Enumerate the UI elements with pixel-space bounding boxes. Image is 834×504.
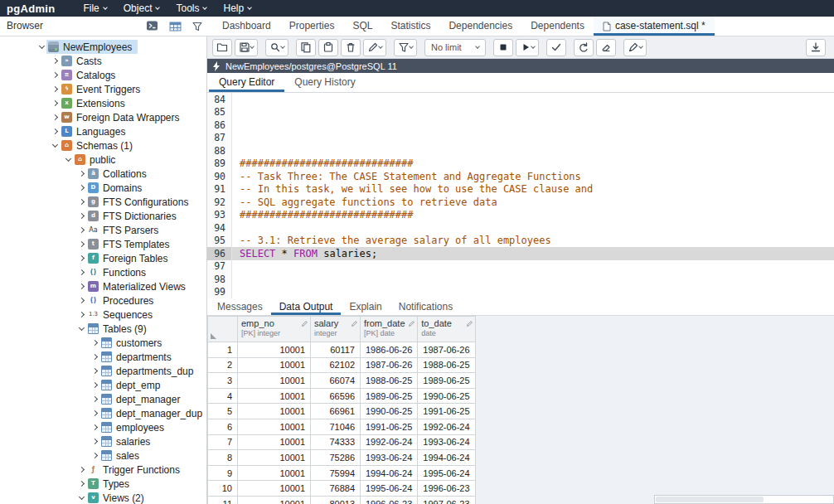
- horizontal-scrollbar[interactable]: [654, 495, 834, 504]
- editor-line-99[interactable]: 99: [207, 286, 834, 299]
- data-cell[interactable]: 10001: [238, 450, 311, 466]
- editor-line-87[interactable]: 87: [207, 132, 834, 145]
- row-number-cell[interactable]: 10: [208, 481, 238, 497]
- data-cell[interactable]: 1988-06-25: [418, 357, 475, 373]
- editor-line-91[interactable]: 91-- In this task, we will see how to us…: [207, 183, 834, 196]
- chevron-right-icon[interactable]: [91, 368, 97, 374]
- view-data-button[interactable]: [169, 21, 182, 32]
- tree-item-functions[interactable]: ()Functions: [0, 265, 206, 279]
- editor-line-86[interactable]: 86: [207, 119, 834, 132]
- column-header-from-date[interactable]: from_date[PK] date: [361, 317, 418, 342]
- data-cell[interactable]: 10001: [238, 357, 311, 373]
- data-cell[interactable]: 1987-06-26: [418, 342, 475, 358]
- data-cell[interactable]: 10001: [238, 434, 311, 450]
- tree-item-catalogs[interactable]: ≡Catalogs: [0, 68, 206, 82]
- tab-notifications[interactable]: Notifications: [390, 298, 461, 315]
- chevron-right-icon[interactable]: [51, 114, 57, 120]
- chevron-right-icon[interactable]: [78, 171, 84, 177]
- data-cell[interactable]: 1991-06-25: [361, 419, 418, 434]
- chevron-down-icon[interactable]: [51, 141, 57, 147]
- row-number-cell[interactable]: 8: [208, 450, 238, 466]
- open-file-button[interactable]: [212, 39, 232, 56]
- editor-line-97[interactable]: 97: [207, 260, 834, 274]
- chevron-right-icon[interactable]: [51, 58, 57, 64]
- data-cell[interactable]: 10001: [238, 496, 311, 504]
- data-cell[interactable]: 1997-06-23: [418, 496, 475, 504]
- row-number-cell[interactable]: 5: [208, 404, 238, 419]
- chevron-right-icon[interactable]: [91, 340, 97, 346]
- tab-explain[interactable]: Explain: [341, 298, 390, 315]
- tree-item-event-triggers[interactable]: ϟEvent Triggers: [0, 82, 206, 96]
- horizontal-scrollbar-thumb[interactable]: [656, 497, 764, 502]
- chevron-right-icon[interactable]: [51, 100, 57, 106]
- row-number-cell[interactable]: 3: [208, 373, 238, 389]
- tab-messages[interactable]: Messages: [209, 298, 271, 315]
- tree-item-fts-templates[interactable]: tFTS Templates: [0, 237, 206, 251]
- data-cell[interactable]: 1987-06-26: [361, 357, 418, 373]
- tree-item-foreign-data-wrappers[interactable]: wForeign Data Wrappers: [0, 110, 206, 124]
- chevron-right-icon[interactable]: [91, 382, 97, 388]
- row-limit-select[interactable]: No limit: [424, 39, 486, 56]
- tree-item-casts[interactable]: »Casts: [0, 54, 206, 68]
- chevron-right-icon[interactable]: [78, 185, 84, 191]
- row-number-cell[interactable]: 1: [208, 342, 238, 358]
- filtered-rows-button[interactable]: [192, 21, 203, 32]
- tree-item-dept-manager[interactable]: dept_manager: [0, 392, 206, 406]
- data-cell[interactable]: 1992-06-24: [418, 419, 475, 434]
- data-cell[interactable]: 71046: [311, 419, 361, 434]
- chevron-right-icon[interactable]: [78, 241, 84, 247]
- execute-button[interactable]: [516, 39, 539, 56]
- tree-item-collations[interactable]: äCollations: [0, 167, 206, 181]
- row-number-cell[interactable]: 9: [208, 465, 238, 481]
- data-cell[interactable]: 1993-06-24: [418, 434, 475, 450]
- data-cell[interactable]: 66596: [311, 388, 361, 404]
- editor-line-93[interactable]: 93#############################: [207, 209, 834, 222]
- tree-item-sequences[interactable]: 1.3Sequences: [0, 308, 206, 322]
- clear-button[interactable]: [596, 39, 616, 56]
- menu-tools[interactable]: Tools: [167, 0, 215, 17]
- data-cell[interactable]: 66961: [311, 404, 361, 419]
- data-cell[interactable]: 1986-06-26: [361, 342, 418, 358]
- menu-file[interactable]: File: [75, 0, 114, 17]
- data-cell[interactable]: 66074: [311, 373, 361, 389]
- tree-item-newemployees[interactable]: NewEmployees: [0, 40, 206, 54]
- chevron-right-icon[interactable]: [78, 467, 84, 472]
- data-cell[interactable]: 80013: [311, 496, 361, 504]
- data-cell[interactable]: 75994: [311, 465, 361, 481]
- tree-item-foreign-tables[interactable]: fForeign Tables: [0, 251, 206, 265]
- chevron-right-icon[interactable]: [51, 128, 57, 134]
- tree-item-departments-dup[interactable]: departments_dup: [0, 364, 206, 378]
- menu-help[interactable]: Help: [215, 0, 259, 17]
- editor-line-85[interactable]: 85: [207, 106, 834, 119]
- tab-dashboard[interactable]: Dashboard: [213, 17, 280, 36]
- chevron-right-icon[interactable]: [78, 213, 84, 219]
- chevron-right-icon[interactable]: [51, 72, 57, 78]
- tree-item-employees[interactable]: employees: [0, 420, 206, 434]
- column-header-salary[interactable]: salaryinteger: [311, 317, 361, 342]
- editor-line-84[interactable]: 84: [207, 93, 834, 106]
- tree-item-languages[interactable]: LLanguages: [0, 124, 206, 138]
- tree-item-dept-manager-dup[interactable]: dept_manager_dup: [0, 406, 206, 420]
- chevron-right-icon[interactable]: [78, 298, 84, 303]
- rollback-button[interactable]: [574, 39, 594, 56]
- query-tool-button[interactable]: [146, 20, 159, 32]
- editor-line-88[interactable]: 88: [207, 144, 834, 158]
- chevron-right-icon[interactable]: [91, 424, 97, 430]
- chevron-right-icon[interactable]: [78, 284, 84, 289]
- chevron-right-icon[interactable]: [78, 227, 84, 233]
- tree-item-procedures[interactable]: ()Procedures: [0, 293, 206, 308]
- row-number-cell[interactable]: 11: [208, 496, 238, 504]
- editor-line-98[interactable]: 98: [207, 273, 834, 286]
- tree-item-types[interactable]: TTypes: [0, 477, 206, 491]
- chevron-right-icon[interactable]: [91, 439, 97, 444]
- tab-case-statement-sql[interactable]: case-statement.sql *: [594, 17, 715, 36]
- chevron-down-icon[interactable]: [78, 324, 84, 330]
- edit-button[interactable]: [363, 39, 386, 56]
- column-header-to-date[interactable]: to_datedate: [418, 317, 475, 342]
- data-cell[interactable]: 1994-06-24: [418, 450, 475, 466]
- data-cell[interactable]: 10001: [238, 388, 311, 404]
- chevron-down-icon[interactable]: [38, 42, 44, 48]
- row-number-cell[interactable]: 2: [208, 357, 238, 373]
- data-cell[interactable]: 1990-06-25: [418, 388, 475, 404]
- data-cell[interactable]: 1992-06-24: [361, 434, 418, 450]
